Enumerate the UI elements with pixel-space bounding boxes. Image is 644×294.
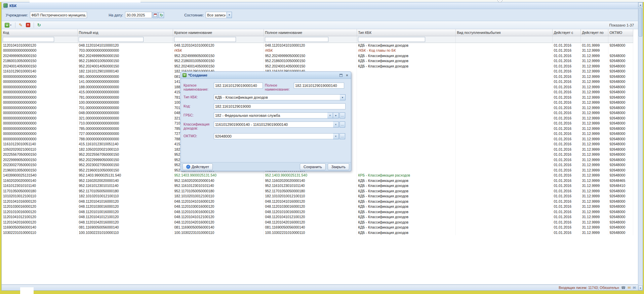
table-row[interactable]: 00000000000000000703.00000000000000000гК… [2,48,633,53]
delete-button[interactable]: × [25,22,31,28]
active-toggle-button[interactable]: ✓ Действует [183,163,213,170]
filter-input-full-code[interactable] [79,37,144,42]
scroll-up-icon[interactable]: ▲ [638,2,643,7]
cell-to: 31.12.9999 [580,64,608,69]
refresh-button[interactable]: ↻ [36,22,42,28]
cell-kind [455,137,552,142]
date-input[interactable] [125,12,152,18]
table-row[interactable]: 21860010050000150952.2186001005000015095… [2,58,633,64]
filter-input-full-name[interactable] [265,37,328,42]
table-row[interactable]: 11701050050000180952.1170105005000018095… [2,189,633,194]
lookup-ellipsis-button[interactable]: … [339,121,345,128]
maximize-icon [339,74,343,77]
table-row[interactable]: 10302231010000110100.1030223101000011010… [2,230,633,236]
cell-to: 31.12.9999 [580,137,608,142]
date-today-button[interactable]: ↻ [159,12,164,18]
clear-icon[interactable]: × [333,121,339,128]
clear-icon[interactable]: × [333,133,339,139]
chevron-down-icon[interactable]: ▼ [227,12,232,18]
date-picker-button[interactable] [153,12,158,18]
dialog-close-button[interactable]: Закрыть [328,163,349,170]
cell-from: 01.01.2016 [552,168,580,173]
cell-full: 182.11610129010000140 [77,69,173,74]
filter-input-type[interactable] [358,37,426,42]
income-class-input[interactable] [214,121,333,128]
filter-input-short-name[interactable] [174,37,236,42]
cell-to: 31.12.9999 [580,90,608,95]
save-button[interactable]: Сохранить [300,163,326,170]
rows-shown-label: Показано 1-37 [609,23,634,27]
delete-icon: × [26,23,30,27]
scroll-down-icon[interactable]: ▼ [638,286,643,290]
table-row[interactable]: 11201041012100120048.1120104101210012004… [2,214,633,220]
chevron-down-icon[interactable]: ▼ [333,112,339,118]
table-row[interactable]: 11201042016000120048.1120104201600012004… [2,220,633,225]
cell-name: 048.11201041012100120 [264,214,357,220]
cell-to: 31.12.9999 [580,48,608,53]
mail-icon-2[interactable]: ✉ [633,286,636,290]
state-select[interactable]: ▼ [206,12,232,18]
col-header-short-name[interactable]: Краткое наименование [173,29,264,36]
vertical-scrollbar[interactable]: ▲ ▼ [638,2,643,290]
chevron-down-icon[interactable]: ▼ [340,94,346,100]
cell-oktmo: 92648000 [608,126,633,132]
institution-input[interactable] [30,12,87,18]
mail-icon[interactable]: ✉ [628,286,631,290]
lookup-ellipsis-button[interactable]: … [339,112,345,118]
clear-icon[interactable]: × [327,112,333,118]
col-header-oktmo[interactable]: ОКТМО [608,29,633,36]
oktmo-input[interactable] [214,133,333,139]
table-row[interactable]: 11201041016000120048.1120104101600012004… [2,199,633,204]
add-button[interactable]: + ▼ [4,22,13,28]
maximize-button[interactable] [339,73,343,78]
cell-type [357,105,455,111]
col-header-kod[interactable]: Код [2,29,77,36]
table-row[interactable]: 11690050056000140081.1169005005600014008… [2,225,633,230]
col-header-kind[interactable]: Вид поступления/выбытия [455,29,552,36]
close-button[interactable]: × [345,73,349,78]
cell-from: 01.01.2016 [552,147,580,152]
table-row[interactable]: 11610123010101140952.1161012301010114095… [2,183,633,189]
table-row[interactable]: 20249999050000150952.2024999905000015095… [2,53,633,59]
table-row[interactable]: 10102010012100110182.1010201001210011018… [2,194,633,199]
cell-kind [455,100,552,105]
filter-input-kod[interactable] [3,37,54,42]
cell-from: 01.01.2016 [552,121,580,126]
cell-kod: 14039900025131540 [2,173,77,178]
col-header-valid-from[interactable]: Действует с [552,29,580,36]
kbk-type-select[interactable] [214,94,340,100]
scrollbar-thumb[interactable] [639,8,642,37]
window-title: КБК [9,4,16,8]
col-header-full-name[interactable]: Полное наименование [264,29,357,36]
table-row[interactable]: 11602020020000140952.1160202002000014095… [2,178,633,184]
col-header-valid-to[interactable]: Действует по [580,29,608,36]
col-header-type[interactable]: Тип КБК [357,29,455,36]
bottom-edge-white-box [20,287,34,294]
cell-kind [455,116,552,121]
cell-oktmo: 92648000 [608,116,633,121]
cell-type: КДБ - Классификация доходов [357,58,455,64]
table-row[interactable]: 20240014050000150952.2024001405000015095… [2,64,633,69]
cell-kod: 00000000000000000 [2,105,77,111]
grbs-input[interactable] [214,112,327,118]
table-row[interactable]: 11201041010000120048.1120104101000012004… [2,43,633,48]
edit-button[interactable]: ✎ [18,22,24,28]
table-row[interactable]: 14039900025131540952.1403.9900025131.540… [2,173,633,178]
col-header-full-code[interactable]: Полный код [77,29,173,36]
lookup-ellipsis-button[interactable]: … [339,133,345,139]
short-name-input[interactable] [214,83,263,89]
cell-from: 01.01.2016 [552,183,580,189]
cell-from: 01.01.2016 [552,194,580,199]
state-select-input[interactable] [206,12,227,18]
full-name-input[interactable] [294,83,344,89]
phone-icon[interactable]: ☎ [621,286,626,290]
cell-short: 100.10302231010000110 [173,230,264,236]
dialog-header[interactable]: + *Создание × [181,72,351,79]
code-input[interactable] [214,103,346,109]
cell-short: 048.11201041016000120 [173,199,264,204]
table-row[interactable]: 11201010016000120048.1120101001600012004… [2,209,633,215]
table-row[interactable]: 11201030016000120048.1120103001600012004… [2,204,633,209]
cell-type [357,142,455,147]
cell-to: 31.12.9999 [580,199,608,204]
cell-kind [455,173,552,178]
